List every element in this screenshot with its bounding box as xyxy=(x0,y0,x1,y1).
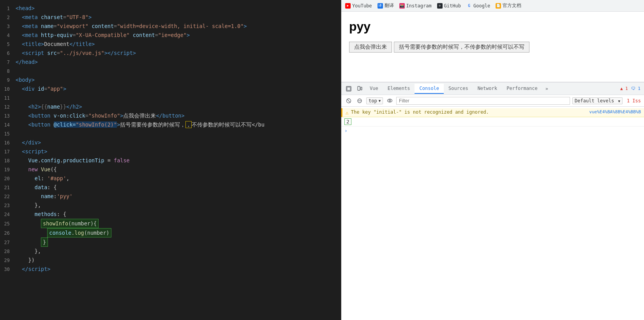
code-line-23: 23 }, xyxy=(0,201,341,210)
code-line-10: 10 <div id="app"> xyxy=(0,84,341,93)
code-line-6: 6 <script src="../js/vue.js"></script> xyxy=(0,49,341,58)
devtools-badge-area: ▲ 1 🗨 1 xyxy=(620,86,642,91)
code-line-26: 26 console.log(number) xyxy=(0,228,341,237)
code-line-15: 15 xyxy=(0,129,341,138)
console-prompt-row[interactable]: › xyxy=(341,127,644,135)
svg-rect-1 xyxy=(347,87,350,90)
code-line-5: 5 <title>Document</title> xyxy=(0,40,341,49)
bookmark-docs-label: 官方文档 xyxy=(503,2,521,9)
devtools-panel: Vue Elements Console Sources Network Per… xyxy=(341,82,644,320)
default-levels-selector[interactable]: Default levels ▼ xyxy=(572,97,623,104)
fanyi-icon: 译 xyxy=(378,3,383,9)
devtools-device-icon[interactable] xyxy=(354,83,365,94)
bookmark-youtube[interactable]: ▶ YouTube xyxy=(345,3,372,9)
svg-point-9 xyxy=(389,100,390,102)
bookmark-google-label: Google xyxy=(473,3,490,9)
console-value-row: 2 xyxy=(341,117,644,127)
bookmark-fanyi-label: 翻译 xyxy=(385,2,394,9)
svg-rect-3 xyxy=(361,87,362,90)
svg-line-5 xyxy=(347,99,351,102)
code-line-30: 30 </script> xyxy=(0,265,341,274)
message-badge: 🗨 1 xyxy=(631,86,640,91)
warning-message-text: The key "initial-" is not recognized and… xyxy=(351,109,587,115)
tab-sources[interactable]: Sources xyxy=(444,84,473,94)
code-line-4: 4 <meta http-equiv="X-UA-Compatible" con… xyxy=(0,31,341,40)
code-line-20: 20 el: '#app', xyxy=(0,174,341,183)
tab-vue[interactable]: Vue xyxy=(365,84,383,94)
console-output-area: ⚠ The key "initial-" is not recognized a… xyxy=(341,107,644,320)
code-line-27: 27 } xyxy=(0,237,341,247)
default-levels-label: Default levels xyxy=(575,98,614,104)
warning-triangle-icon: ⚠ xyxy=(346,110,349,116)
btn-show-info-2[interactable]: 括号需要传参数的时候写，不传参数的时候可以不写 xyxy=(394,42,529,53)
code-line-16: 16 </div> xyxy=(0,138,341,147)
youtube-icon: ▶ xyxy=(345,3,351,9)
google-icon: G xyxy=(466,3,472,9)
code-line-19: 19 new Vue({ xyxy=(0,165,341,174)
bookmark-youtube-label: YouTube xyxy=(352,3,372,9)
tab-performance[interactable]: Performance xyxy=(502,84,542,94)
console-context-selector[interactable]: top ▼ xyxy=(366,97,383,104)
console-output-value: 2 xyxy=(344,118,351,125)
bookmark-instagram[interactable]: 📸 Instagram xyxy=(399,3,432,9)
bookmark-fanyi[interactable]: 译 翻译 xyxy=(378,2,394,9)
code-lines: 1 <head> 2 <meta charset="UTF-8"> 3 <met… xyxy=(0,0,341,278)
tab-network[interactable]: Network xyxy=(473,84,502,94)
console-warning-row: ⚠ The key "initial-" is not recognized a… xyxy=(341,108,644,117)
docs-icon: 📄 xyxy=(496,3,501,9)
console-context-label: top xyxy=(369,98,377,104)
warning-source-link[interactable]: vue%E4%BA%8B%E4%BB%B xyxy=(589,109,641,114)
tab-elements[interactable]: Elements xyxy=(383,84,415,94)
bookmark-github[interactable]: ⊙ GitHub xyxy=(437,3,461,9)
console-filter-input[interactable] xyxy=(396,97,570,105)
code-line-14: 14 <button @click="showInfo(2)">括号需要传参数的… xyxy=(0,120,341,129)
github-icon: ⊙ xyxy=(437,3,443,9)
bookmark-instagram-label: Instagram xyxy=(406,3,432,9)
bookmark-github-label: GitHub xyxy=(444,3,461,9)
code-line-3: 3 <meta name="viewport" content="width=d… xyxy=(0,22,341,31)
code-editor: 1 <head> 2 <meta charset="UTF-8"> 3 <met… xyxy=(0,0,341,320)
prompt-arrow-icon: › xyxy=(344,128,348,134)
chevron-down-icon: ▼ xyxy=(379,99,381,103)
console-toolbar: top ▼ Default levels ▼ 1 Iss xyxy=(341,95,644,107)
chevron-down-icon-2: ▼ xyxy=(618,99,620,103)
tab-console[interactable]: Console xyxy=(415,84,444,94)
code-line-28: 28 }, xyxy=(0,247,341,256)
svg-rect-2 xyxy=(358,86,360,90)
code-line-22: 22 name:'pyy' xyxy=(0,192,341,201)
bookmark-google[interactable]: G Google xyxy=(466,3,490,9)
svg-point-8 xyxy=(387,99,392,102)
code-line-21: 21 data: { xyxy=(0,183,341,192)
eye-icon[interactable] xyxy=(385,97,394,105)
issue-count-label: 1 Iss xyxy=(625,98,641,104)
bookmark-docs[interactable]: 📄 官方文档 xyxy=(496,2,521,9)
code-line-7: 7 </head> xyxy=(0,58,341,67)
code-line-2: 2 <meta charset="UTF-8"> xyxy=(0,13,341,22)
block-icon[interactable] xyxy=(355,97,364,105)
code-line-11: 11 xyxy=(0,93,341,102)
devtools-more-tabs[interactable]: » xyxy=(542,84,551,93)
code-line-8: 8 xyxy=(0,67,341,76)
page-heading: pyy xyxy=(349,19,636,34)
bookmarks-bar: ▶ YouTube 译 翻译 📸 Instagram ⊙ GitHub G Go… xyxy=(341,0,644,12)
clear-console-icon[interactable] xyxy=(344,97,353,105)
page-content: pyy 点我会弹出来 括号需要传参数的时候写，不传参数的时候可以不写 xyxy=(341,12,644,82)
code-line-29: 29 }) xyxy=(0,256,341,265)
code-line-18: 18 Vue.config.productionTip = false xyxy=(0,156,341,165)
devtools-tabs-bar: Vue Elements Console Sources Network Per… xyxy=(341,83,644,95)
page-buttons-container: 点我会弹出来 括号需要传参数的时候写，不传参数的时候可以不写 xyxy=(349,42,636,53)
warning-badge: ▲ 1 xyxy=(620,86,628,91)
browser-panel: ▶ YouTube 译 翻译 📸 Instagram ⊙ GitHub G Go… xyxy=(341,0,644,320)
code-line-13: 13 <button v-on:click="showInfo">点我会弹出来<… xyxy=(0,111,341,120)
code-line-9: 9 <body> xyxy=(0,76,341,84)
code-line-1: 1 <head> xyxy=(0,4,341,13)
code-line-17: 17 <script> xyxy=(0,147,341,156)
devtools-inspect-icon[interactable] xyxy=(343,83,354,94)
code-line-12: 12 <h2>{{name}}</h2> xyxy=(0,102,341,111)
btn-show-info[interactable]: 点我会弹出来 xyxy=(349,42,392,53)
code-line-24: 24 methods: { xyxy=(0,210,341,219)
code-line-25: 25 showInfo(number){ xyxy=(0,219,341,228)
instagram-icon: 📸 xyxy=(399,3,405,9)
